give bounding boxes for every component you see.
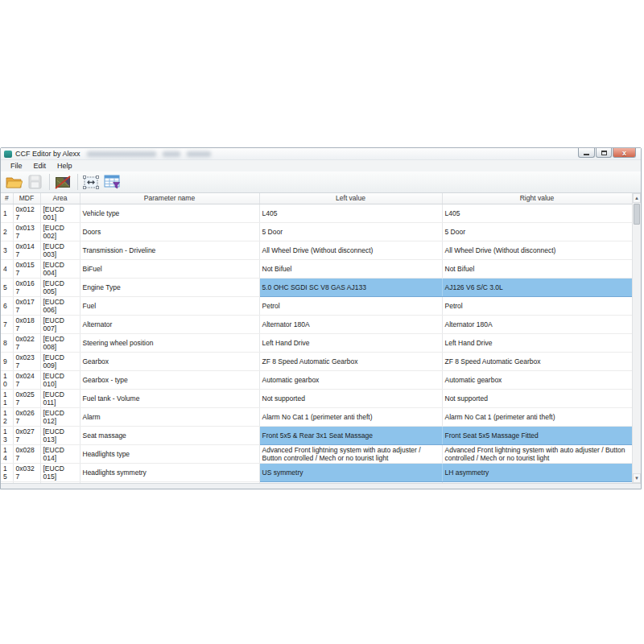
cell-right[interactable]: Alarm No Cat 1 (perimeter anti theft) <box>442 407 632 426</box>
open-file-button[interactable] <box>4 172 23 192</box>
cell-num[interactable]: 7 <box>1 315 13 333</box>
cell-param[interactable]: Fuel <box>80 296 259 315</box>
cell-num[interactable]: 8 <box>1 333 13 352</box>
cell-left[interactable]: Petrol <box>259 296 442 315</box>
fit-columns-button[interactable] <box>81 172 101 192</box>
table-row[interactable]: 150x0327[EUCD 015]Headlights symmetryUS … <box>1 463 632 481</box>
close-button[interactable]: x <box>613 148 636 158</box>
cell-num[interactable]: 1 <box>1 204 13 222</box>
cell-area[interactable]: [EUCD 007] <box>40 315 80 333</box>
cell-right[interactable]: AJ126 V6 S/C 3.0L <box>442 278 632 296</box>
cell-area[interactable]: [EUCD 015] <box>40 463 80 481</box>
cell-mdf[interactable]: 0x0227 <box>13 333 40 352</box>
cell-left[interactable]: L405 <box>259 204 442 222</box>
cell-right[interactable]: L405 <box>442 204 632 222</box>
cell-mdf[interactable]: 0x0237 <box>13 352 40 370</box>
cell-area[interactable]: [EUCD 008] <box>40 333 80 352</box>
cell-area[interactable]: [EUCD 011] <box>40 389 80 407</box>
cell-num[interactable]: 15 <box>1 463 13 481</box>
maximize-button[interactable] <box>596 148 612 158</box>
cell-right[interactable]: Automatic gearbox <box>442 370 632 389</box>
cell-right[interactable]: LH asymmetry <box>442 463 632 481</box>
cell-left[interactable]: All Wheel Drive (Without disconnect) <box>259 241 442 259</box>
cell-num[interactable]: 4 <box>1 259 13 278</box>
cell-param[interactable]: Engine Type <box>80 278 259 296</box>
cell-right[interactable]: Left Hand Drive <box>442 333 632 352</box>
cell-mdf[interactable]: 0x0147 <box>13 241 40 259</box>
cell-param[interactable]: Seat massage <box>80 426 259 444</box>
save-file-button[interactable] <box>25 172 44 192</box>
cell-mdf[interactable]: 0x0167 <box>13 278 40 296</box>
column-header-left[interactable]: Left value <box>259 193 442 204</box>
menu-help[interactable]: Help <box>52 161 78 171</box>
cell-num[interactable]: 9 <box>1 352 13 370</box>
cell-param[interactable]: Doors <box>80 222 259 241</box>
cell-area[interactable]: [EUCD 013] <box>40 426 80 444</box>
cell-param[interactable]: Alarm <box>80 407 259 426</box>
cell-param[interactable]: Transmission - Driveline <box>80 241 259 259</box>
scrollbar-thumb[interactable] <box>634 204 640 225</box>
column-header-mdf[interactable]: MDF <box>13 193 40 204</box>
vertical-scrollbar[interactable]: ▲ ▼ <box>632 193 641 483</box>
column-header-right[interactable]: Right value <box>442 193 632 204</box>
cell-area[interactable]: [EUCD 009] <box>40 352 80 370</box>
cell-area[interactable]: [EUCD 004] <box>40 259 80 278</box>
cell-right[interactable]: Not Bifuel <box>442 259 632 278</box>
cell-num[interactable]: 5 <box>1 278 13 296</box>
cell-left[interactable]: Not supported <box>259 389 442 407</box>
column-header-param[interactable]: Parameter name <box>80 193 259 204</box>
cell-right[interactable]: 5 Door <box>442 222 632 241</box>
table-row[interactable]: 80x0227[EUCD 008]Steering wheel position… <box>1 333 632 352</box>
column-header-area[interactable]: Area <box>40 193 80 204</box>
cell-area[interactable]: [EUCD 012] <box>40 407 80 426</box>
cell-num[interactable]: 10 <box>1 370 13 389</box>
cell-param[interactable]: Gearbox <box>80 352 259 370</box>
cell-num[interactable]: 11 <box>1 389 13 407</box>
cell-param[interactable]: Vehicle type <box>80 204 259 222</box>
minimize-button[interactable] <box>578 148 595 158</box>
cell-param[interactable]: Gearbox - type <box>80 370 259 389</box>
cell-left[interactable]: ZF 8 Speed Automatic Gearbox <box>259 352 442 370</box>
cell-mdf[interactable]: 0x0247 <box>13 370 40 389</box>
cell-num[interactable]: 13 <box>1 426 13 444</box>
table-filter-button[interactable] <box>102 172 122 192</box>
menu-edit[interactable]: Edit <box>28 161 52 171</box>
table-row[interactable]: 120x0267[EUCD 012]AlarmAlarm No Cat 1 (p… <box>1 407 632 426</box>
cell-right[interactable]: Petrol <box>442 296 632 315</box>
cell-right[interactable]: Advanced Front lightning system with aut… <box>442 444 632 463</box>
cell-left[interactable]: Advanced Front lightning system with aut… <box>259 444 442 463</box>
cell-right[interactable]: Front Seat 5x5 Massage Fitted <box>442 426 632 444</box>
cell-num[interactable]: 2 <box>1 222 13 241</box>
cell-left[interactable]: Alternator 180A <box>259 315 442 333</box>
cell-mdf[interactable]: 0x0267 <box>13 407 40 426</box>
cell-param[interactable]: Alternator <box>80 315 259 333</box>
cell-mdf[interactable]: 0x0257 <box>13 389 40 407</box>
cell-mdf[interactable]: 0x0177 <box>13 296 40 315</box>
scroll-up-button[interactable]: ▲ <box>633 193 641 203</box>
table-row[interactable]: 60x0177[EUCD 006]FuelPetrolPetrol <box>1 296 632 315</box>
table-row[interactable]: 50x0167[EUCD 005]Engine Type5.0 OHC SGDI… <box>1 278 632 296</box>
cell-num[interactable]: 14 <box>1 444 13 463</box>
cell-area[interactable]: [EUCD 014] <box>40 444 80 463</box>
table-row[interactable]: 140x0287[EUCD 014]Headlights typeAdvance… <box>1 444 632 463</box>
cell-left[interactable]: US symmetry <box>259 463 442 481</box>
cell-mdf[interactable]: 0x0327 <box>13 463 40 481</box>
cell-right[interactable]: Alternator 180A <box>442 315 632 333</box>
column-header-num[interactable]: # <box>1 193 13 204</box>
cell-mdf[interactable]: 0x0287 <box>13 444 40 463</box>
cell-area[interactable]: [EUCD 003] <box>40 241 80 259</box>
cell-param[interactable]: Headlights type <box>80 444 259 463</box>
cell-right[interactable]: ZF 8 Speed Automatic Gearbox <box>442 352 632 370</box>
cell-area[interactable]: [EUCD 010] <box>40 370 80 389</box>
menu-file[interactable]: File <box>5 161 28 171</box>
table-row[interactable]: 40x0157[EUCD 004]BiFuelNot BifuelNot Bif… <box>1 259 632 278</box>
cell-left[interactable]: Automatic gearbox <box>259 370 442 389</box>
cell-mdf[interactable]: 0x0157 <box>13 259 40 278</box>
cell-area[interactable]: [EUCD 002] <box>40 222 80 241</box>
cell-num[interactable]: 3 <box>1 241 13 259</box>
cell-left[interactable]: Not Bifuel <box>259 259 442 278</box>
cell-left[interactable]: 5.0 OHC SGDI SC V8 GAS AJ133 <box>259 278 442 296</box>
cell-mdf[interactable]: 0x0127 <box>13 204 40 222</box>
table-row[interactable]: 20x0137[EUCD 002]Doors5 Door5 Door <box>1 222 632 241</box>
table-row[interactable]: 10x0127[EUCD 001]Vehicle typeL405L405 <box>1 204 632 222</box>
